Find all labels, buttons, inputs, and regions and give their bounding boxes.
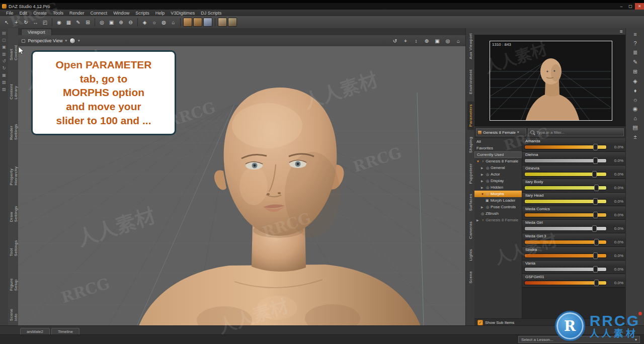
figure-selector[interactable]: Genesis 8 Female ▾ bbox=[476, 128, 526, 136]
expand-arrow-icon[interactable]: ▼ bbox=[476, 160, 480, 163]
menu-item-window[interactable]: Window bbox=[110, 11, 132, 16]
open-file-icon[interactable]: ▢ bbox=[1, 38, 7, 42]
menu-item-file[interactable]: File bbox=[3, 11, 17, 16]
edit-icon[interactable]: ✎ bbox=[630, 59, 641, 65]
save-file-icon[interactable]: ▣ bbox=[1, 45, 7, 49]
camera-dropdown-arrow[interactable]: ▾ bbox=[65, 39, 67, 43]
slider-knob[interactable] bbox=[594, 280, 599, 286]
menu-item-dj-scripts[interactable]: DJ Scripts bbox=[198, 11, 224, 16]
morph-slider-track[interactable] bbox=[524, 145, 607, 149]
content-thumb-2[interactable] bbox=[193, 18, 202, 27]
dock-tab-parameters[interactable]: Parameters bbox=[467, 101, 474, 130]
help-icon[interactable]: ? bbox=[630, 40, 641, 46]
content-thumb-5[interactable] bbox=[228, 18, 237, 27]
slider-knob[interactable] bbox=[594, 185, 599, 191]
left-tab-tool-settings[interactable]: Tool Settings bbox=[8, 229, 19, 260]
morph-slider-track[interactable] bbox=[524, 281, 607, 285]
undo-icon[interactable]: ↺ bbox=[1, 59, 7, 63]
morph-slider-track[interactable] bbox=[524, 199, 607, 204]
translate-tool[interactable]: ↔ bbox=[31, 18, 40, 27]
slider-knob[interactable] bbox=[593, 198, 598, 205]
zoom-in-icon[interactable]: ⊕ bbox=[117, 18, 125, 27]
new-file-icon[interactable]: ▤ bbox=[1, 31, 7, 35]
surface-selection-tool[interactable]: ◉ bbox=[55, 18, 63, 27]
tree-item-morphs[interactable]: ▼◎Morphs bbox=[474, 191, 522, 197]
spot-render-tool[interactable]: ▦ bbox=[64, 18, 73, 27]
morph-slider-track[interactable] bbox=[524, 158, 607, 163]
tree-item-favorites[interactable]: Favorites bbox=[474, 145, 522, 151]
menu-item-render[interactable]: Render bbox=[66, 11, 88, 16]
maximize-button[interactable]: ▢ bbox=[626, 3, 635, 10]
orbit-camera-icon[interactable]: ◎ bbox=[98, 18, 106, 27]
morph-slider-track[interactable] bbox=[524, 267, 607, 272]
help-strip-icon[interactable]: ▨ bbox=[1, 87, 7, 92]
reset-view-icon[interactable]: ⌂ bbox=[454, 38, 462, 44]
expand-arrow-icon[interactable]: ▶ bbox=[481, 166, 485, 169]
left-tab-render-settings[interactable]: Render Settings bbox=[8, 107, 19, 143]
content-thumb-3[interactable] bbox=[203, 18, 212, 27]
morph-slider-track[interactable] bbox=[524, 226, 607, 231]
content-thumb-1[interactable] bbox=[183, 18, 192, 27]
camera-selector[interactable]: Perspective View bbox=[28, 38, 63, 43]
tree-item-currently-used[interactable]: Currently Used bbox=[474, 151, 522, 158]
expand-arrow-icon[interactable]: ▶ bbox=[481, 173, 485, 176]
morph-slider-track[interactable] bbox=[524, 213, 607, 217]
cms-icon[interactable]: ▦ bbox=[1, 73, 7, 77]
frame-camera-icon[interactable]: ▣ bbox=[107, 18, 116, 27]
measure-tool[interactable]: ⊞ bbox=[84, 18, 92, 27]
tree-item-actor[interactable]: ▶◎Actor bbox=[474, 171, 522, 178]
menu-item-create[interactable]: Create bbox=[30, 11, 50, 16]
expand-arrow-icon[interactable]: ▶ bbox=[481, 186, 485, 189]
settings-icon[interactable]: ▧ bbox=[1, 80, 7, 84]
morph-slider-track[interactable] bbox=[524, 253, 607, 258]
material-icon[interactable]: ♦ bbox=[630, 88, 641, 94]
bottom-tab-timeline[interactable]: Timeline bbox=[51, 328, 79, 335]
lights-icon[interactable]: ☼ bbox=[150, 18, 158, 27]
tree-item-pose-controls[interactable]: ▶◎Pose Controls bbox=[474, 204, 522, 210]
morph-slider-track[interactable] bbox=[524, 186, 607, 190]
zoom-out-icon[interactable]: ⊖ bbox=[126, 18, 135, 27]
camera-icon[interactable]: ◍ bbox=[159, 18, 168, 27]
left-tab-property-hierarchy[interactable]: Property Hierarchy bbox=[8, 147, 19, 188]
aim-icon[interactable]: ◎ bbox=[444, 38, 452, 44]
dock-tab-surfaces[interactable]: Surfaces bbox=[467, 191, 474, 214]
menu-item-help[interactable]: Help bbox=[152, 11, 168, 16]
dock-tab-aux-viewport[interactable]: Aux Viewport bbox=[467, 30, 474, 62]
dock-tab-puppeteer[interactable]: Puppeteer bbox=[467, 160, 474, 187]
light-icon[interactable]: ☼ bbox=[630, 97, 641, 103]
slider-knob[interactable] bbox=[592, 171, 597, 178]
left-tab-content-library[interactable]: Content Library bbox=[8, 67, 19, 103]
dock-tab-shaping[interactable]: Shaping bbox=[467, 134, 474, 156]
left-tab-figure-setup[interactable]: Figure Setup bbox=[8, 264, 19, 294]
left-tab-smart-content[interactable]: Smart Content bbox=[8, 30, 19, 63]
slider-knob[interactable] bbox=[593, 266, 598, 273]
tree-item-genesis-8-female[interactable]: ▼♀Genesis 8 Female bbox=[474, 158, 522, 164]
drawstyle-dropdown-arrow[interactable]: ▾ bbox=[78, 39, 80, 43]
slider-knob[interactable] bbox=[593, 212, 598, 218]
add-panel-icon[interactable]: ⊞ bbox=[630, 68, 641, 75]
frame-icon[interactable]: ▣ bbox=[433, 38, 441, 44]
show-sub-items-checkbox[interactable]: ✓ bbox=[477, 320, 483, 325]
menu-item-scripts[interactable]: Scripts bbox=[132, 11, 152, 16]
orbit-icon[interactable]: ↺ bbox=[391, 38, 399, 44]
tree-item-genesis-8-female[interactable]: ▶♀Genesis 8 Female bbox=[474, 217, 522, 223]
scene-nodes-icon[interactable]: ◈ bbox=[630, 78, 641, 84]
figure-genesis8-female[interactable] bbox=[139, 88, 421, 326]
home-icon[interactable]: ⌂ bbox=[630, 115, 641, 121]
minimize-button[interactable]: – bbox=[617, 3, 626, 10]
tree-item-general[interactable]: ▶◎General bbox=[474, 164, 522, 171]
tree-item-display[interactable]: ▶◎Display bbox=[474, 178, 522, 184]
layers-icon[interactable]: ▤ bbox=[630, 124, 641, 131]
filter-search-input[interactable]: Type in a filter... bbox=[528, 128, 624, 136]
close-button[interactable]: ✕ bbox=[635, 3, 644, 10]
menu-item-edit[interactable]: Edit bbox=[17, 11, 31, 16]
zoom-icon[interactable]: ⊕ bbox=[423, 38, 431, 44]
annotate-tool[interactable]: ✎ bbox=[74, 18, 83, 27]
more-icon[interactable]: ± bbox=[630, 134, 641, 140]
dolly-icon[interactable]: ↕ bbox=[412, 38, 420, 44]
dock-tab-scene[interactable]: Scene bbox=[467, 268, 474, 287]
menu-item-connect[interactable]: Connect bbox=[88, 11, 111, 16]
expand-arrow-icon[interactable]: ▶ bbox=[481, 179, 485, 183]
panel-menu-icon[interactable]: ≡ bbox=[630, 31, 641, 37]
rotate-tool[interactable]: ↻ bbox=[22, 18, 30, 27]
